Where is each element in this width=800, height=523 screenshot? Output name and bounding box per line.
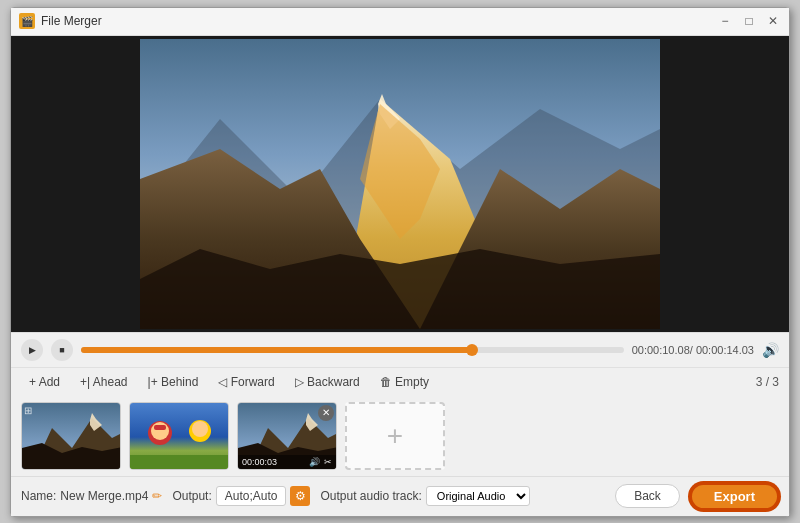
output-section: Output: Auto;Auto ⚙ — [172, 486, 310, 506]
video-canvas — [140, 39, 660, 329]
grid-icon: ⊞ — [24, 405, 32, 416]
page-indicator: 3 / 3 — [756, 375, 779, 389]
playback-controls: ▶ ■ 00:00:10.08/ 00:00:14.03 🔊 — [11, 332, 789, 367]
edit-name-icon[interactable]: ✏ — [152, 489, 162, 503]
behind-label: |+ Behind — [148, 375, 199, 389]
output-value: Auto;Auto — [216, 486, 287, 506]
audio-icon: 🔊 — [309, 457, 320, 467]
add-clip-button[interactable]: + — [345, 402, 445, 470]
app-icon: 🎬 — [19, 13, 35, 29]
behind-button[interactable]: |+ Behind — [140, 372, 207, 392]
export-button[interactable]: Export — [690, 483, 779, 510]
ahead-label: +| Ahead — [80, 375, 128, 389]
play-button[interactable]: ▶ — [21, 339, 43, 361]
window-controls: − □ ✕ — [717, 13, 781, 29]
video-frame — [140, 39, 660, 329]
maximize-button[interactable]: □ — [741, 13, 757, 29]
progress-fill — [81, 347, 472, 353]
clip-overlay: 00:00:03 🔊 ✂ — [238, 455, 336, 469]
empty-label: 🗑 Empty — [380, 375, 429, 389]
audio-section: Output audio track: Original Audio — [320, 486, 529, 506]
clip-close-button[interactable]: ✕ — [318, 405, 334, 421]
svg-point-14 — [151, 422, 169, 440]
titlebar: 🎬 File Merger − □ ✕ — [11, 8, 789, 36]
forward-label: ◁ Forward — [218, 375, 274, 389]
file-name: New Merge.mp4 — [60, 489, 148, 503]
output-settings-button[interactable]: ⚙ — [290, 486, 310, 506]
close-button[interactable]: ✕ — [765, 13, 781, 29]
minimize-button[interactable]: − — [717, 13, 733, 29]
back-button[interactable]: Back — [615, 484, 680, 508]
stop-button[interactable]: ■ — [51, 339, 73, 361]
time-display: 00:00:10.08/ 00:00:14.03 — [632, 344, 754, 356]
clip-icons: 🔊 ✂ — [309, 457, 332, 467]
backward-label: ▷ Backward — [295, 375, 360, 389]
clip-1[interactable]: ⊞ — [21, 402, 121, 470]
progress-bar[interactable] — [81, 347, 624, 353]
main-window: 🎬 File Merger − □ ✕ — [10, 7, 790, 517]
svg-point-17 — [192, 421, 208, 437]
cut-icon: ✂ — [324, 457, 332, 467]
add-button[interactable]: + Add — [21, 372, 68, 392]
add-label: + Add — [29, 375, 60, 389]
clip-3[interactable]: ✕ 00:00:03 🔊 ✂ — [237, 402, 337, 470]
backward-button[interactable]: ▷ Backward — [287, 372, 368, 392]
forward-button[interactable]: ◁ Forward — [210, 372, 282, 392]
clip-duration: 00:00:03 — [242, 457, 277, 467]
clip-2[interactable] — [129, 402, 229, 470]
clip-row: ⊞ — [11, 396, 789, 476]
progress-thumb[interactable] — [466, 344, 478, 356]
audio-track-select[interactable]: Original Audio — [426, 486, 530, 506]
audio-label: Output audio track: — [320, 489, 421, 503]
output-label: Output: — [172, 489, 211, 503]
ahead-button[interactable]: +| Ahead — [72, 372, 136, 392]
svg-rect-15 — [154, 425, 166, 430]
bottom-bar: Name: New Merge.mp4 ✏ Output: Auto;Auto … — [11, 476, 789, 516]
name-label: Name: — [21, 489, 56, 503]
window-title: File Merger — [41, 14, 717, 28]
empty-button[interactable]: 🗑 Empty — [372, 372, 437, 392]
volume-icon[interactable]: 🔊 — [762, 342, 779, 358]
toolbar: + Add +| Ahead |+ Behind ◁ Forward ▷ Bac… — [11, 367, 789, 396]
video-preview — [11, 36, 789, 332]
file-name-section: Name: New Merge.mp4 ✏ — [21, 489, 162, 503]
svg-rect-18 — [130, 455, 229, 470]
